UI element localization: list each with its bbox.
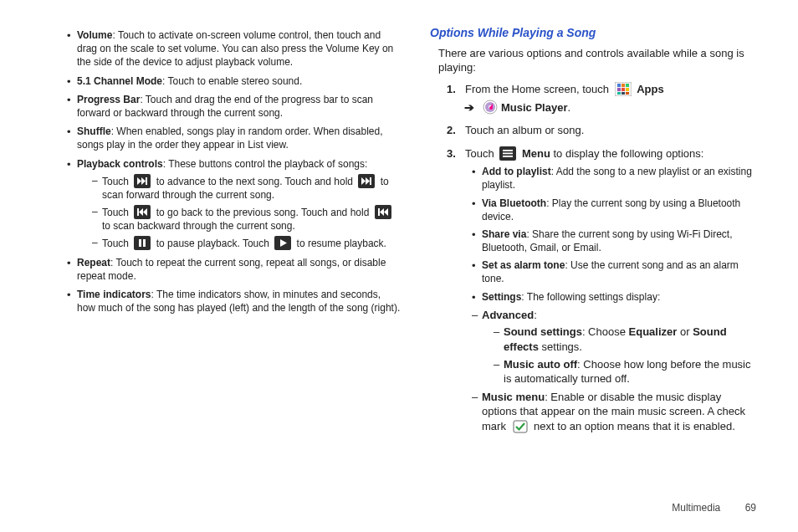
sub-music-auto-off: Music auto off: Choose how long before t… — [494, 357, 756, 386]
label: Share via — [482, 228, 526, 240]
text: : Touch to enable stereo sound. — [162, 75, 302, 87]
right-column: Options While Playing a Song There are v… — [430, 25, 756, 515]
t: Touch — [102, 176, 131, 187]
playback-sublist: Touch to advance to the next song. Touch… — [77, 174, 402, 251]
colon: : — [534, 309, 537, 321]
t: to resume playback. — [294, 238, 386, 249]
page: Volume: Touch to activate on-screen volu… — [0, 0, 798, 532]
t: Touch an album or song. — [465, 124, 584, 136]
next-icon — [358, 174, 375, 188]
step-1-line2: ➔ Music Player. — [465, 100, 756, 115]
label: Playback controls — [77, 158, 163, 170]
t: or — [677, 325, 693, 338]
section-heading: Options While Playing a Song — [430, 25, 756, 41]
label: Advanced — [482, 309, 534, 321]
label: Music auto off — [504, 358, 577, 371]
svg-rect-38 — [514, 421, 527, 432]
svg-rect-27 — [626, 88, 629, 91]
period: . — [568, 100, 571, 115]
t: to display the following options: — [550, 147, 704, 160]
t: : Choose — [582, 325, 629, 338]
label: Time indicators — [77, 289, 151, 300]
svg-rect-36 — [503, 152, 513, 154]
music-player-icon — [482, 100, 499, 115]
label: Set as alarm tone — [482, 259, 565, 271]
t: settings. — [539, 340, 582, 353]
sub-prev: Touch to go back to the previous song. T… — [92, 205, 402, 233]
opt-add-to-playlist: Add to playlist: Add the song to a new p… — [472, 165, 756, 192]
svg-rect-22 — [617, 84, 621, 87]
apps-label: Apps — [637, 83, 664, 95]
step-1: From the Home screen, touch Apps ➔ Music… — [447, 82, 756, 115]
label: Repeat — [77, 257, 110, 269]
svg-rect-18 — [143, 239, 146, 247]
checkmark-icon — [512, 419, 529, 433]
svg-rect-25 — [617, 88, 621, 91]
opt-via-bluetooth: Via Bluetooth: Play the current song by … — [472, 197, 756, 223]
label: Settings — [482, 291, 521, 303]
svg-rect-17 — [139, 239, 141, 247]
t: to go back to the previous song. Touch a… — [153, 207, 371, 218]
prev-icon — [134, 205, 151, 219]
item-playback-controls: Playback controls: These buttons control… — [67, 157, 402, 251]
svg-rect-26 — [622, 88, 625, 91]
opt-share-via: Share via: Share the current song by usi… — [472, 228, 756, 254]
item-volume: Volume: Touch to activate on-screen volu… — [67, 28, 402, 69]
label: Add to playlist — [482, 166, 551, 177]
page-footer: Multimedia 69 — [672, 502, 756, 514]
svg-rect-28 — [617, 92, 621, 95]
item-repeat: Repeat: Touch to repeat the current song… — [67, 256, 402, 283]
label: 5.1 Channel Mode — [77, 75, 162, 87]
eq: Equalizer — [629, 325, 678, 338]
t: Touch — [102, 207, 131, 218]
text: : Touch to activate on-screen volume con… — [77, 29, 393, 68]
sub-music-menu: Music menu: Enable or disable the music … — [472, 390, 756, 434]
sub-next: Touch to advance to the next song. Touch… — [92, 174, 402, 202]
settings-sublist: Advanced: Sound settings: Choose Equaliz… — [465, 308, 756, 433]
next-icon — [134, 174, 151, 188]
label: Sound settings — [504, 325, 582, 338]
feature-list: Volume: Touch to activate on-screen volu… — [67, 28, 402, 315]
menu-icon — [499, 146, 516, 161]
step-2: Touch an album or song. — [447, 123, 756, 138]
text: : Touch to repeat the current song, repe… — [77, 257, 386, 282]
arrow-icon: ➔ — [464, 100, 474, 115]
svg-rect-13 — [378, 208, 380, 216]
play-icon — [274, 236, 291, 250]
text: : When enabled, songs play in random ord… — [77, 125, 383, 151]
svg-rect-30 — [626, 92, 629, 95]
item-time-indicators: Time indicators: The time indicators sho… — [67, 288, 402, 315]
music-player-label: Music Player — [501, 100, 568, 115]
sub-advanced: Advanced: Sound settings: Choose Equaliz… — [472, 308, 756, 386]
text: : These buttons control the playback of … — [163, 158, 368, 170]
svg-rect-37 — [503, 156, 513, 157]
t: to scan backward through the current son… — [102, 220, 295, 232]
menu-label: Menu — [522, 147, 550, 160]
svg-rect-16 — [134, 236, 151, 250]
t: Touch — [465, 147, 497, 160]
menu-options: Add to playlist: Add the song to a new p… — [465, 165, 756, 304]
t: Touch — [102, 238, 131, 249]
item-progress-bar: Progress Bar: Touch and drag the end of … — [67, 93, 402, 120]
svg-rect-3 — [146, 177, 147, 185]
pause-icon — [134, 236, 151, 250]
sub-sound-settings: Sound settings: Choose Equalizer or Soun… — [494, 325, 756, 354]
sub-pause: Touch to pause playback. Touch to resume… — [92, 236, 402, 250]
t: to pause playback. Touch — [153, 238, 272, 249]
advanced-sublist: Sound settings: Choose Equalizer or Soun… — [482, 325, 756, 386]
svg-rect-9 — [137, 208, 139, 216]
text: : The following settings display: — [521, 291, 660, 303]
t: From the Home screen, touch — [465, 83, 612, 95]
t: next to an option means that it is enabl… — [531, 420, 735, 432]
prev-icon — [375, 205, 391, 219]
page-number: 69 — [745, 502, 756, 514]
svg-rect-29 — [622, 92, 625, 95]
label: Via Bluetooth — [482, 197, 546, 209]
svg-rect-7 — [370, 177, 371, 185]
item-shuffle: Shuffle: When enabled, songs play in ran… — [67, 125, 402, 151]
svg-rect-23 — [622, 84, 625, 87]
label: Volume — [77, 29, 112, 41]
intro-text: There are various options and controls a… — [438, 46, 756, 75]
step-3: Touch Menu to display the following opti… — [447, 146, 756, 434]
left-column: Volume: Touch to activate on-screen volu… — [67, 25, 402, 515]
